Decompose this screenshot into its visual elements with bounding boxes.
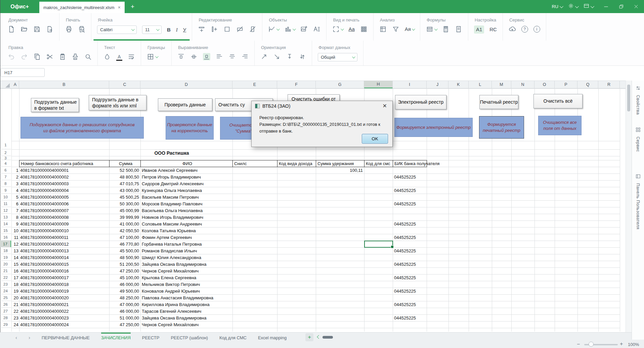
hscroll-thumb[interactable] bbox=[323, 336, 333, 339]
column-header-O[interactable]: O bbox=[534, 81, 555, 88]
cell[interactable]: 45 500,25 bbox=[109, 194, 139, 200]
cell[interactable]: Новиков Игорь Владимирович bbox=[142, 214, 232, 220]
cell[interactable]: 46 000,00 bbox=[109, 281, 139, 288]
cell[interactable]: 044525225 bbox=[394, 220, 426, 227]
selected-cell-H17[interactable] bbox=[364, 241, 393, 248]
cell[interactable]: 47 250,00 bbox=[109, 321, 139, 328]
cell[interactable]: 16 bbox=[11, 267, 18, 274]
cell[interactable]: 52 500,00 bbox=[109, 167, 139, 173]
row-header-28[interactable]: 28 bbox=[0, 314, 11, 321]
delete-row-icon[interactable] bbox=[236, 26, 244, 33]
cell[interactable]: Васильева Ольга Николаевна bbox=[142, 207, 232, 214]
row-header-9[interactable]: 9 bbox=[0, 187, 11, 194]
cell[interactable]: 044525225 bbox=[394, 288, 426, 294]
info-icon[interactable]: i bbox=[533, 26, 540, 33]
cell[interactable]: Соловьев Максим Андреевич bbox=[142, 220, 232, 227]
note-page-icon[interactable] bbox=[455, 26, 462, 33]
column-header-R[interactable]: R bbox=[598, 81, 620, 88]
cell[interactable]: 40817810000004000014 bbox=[20, 254, 109, 261]
aa-style-button[interactable]: Aa bbox=[348, 26, 354, 33]
italic-button[interactable]: I bbox=[176, 26, 178, 34]
cloud-sync-icon[interactable] bbox=[509, 26, 516, 33]
cell[interactable]: 40817810000004000006 bbox=[20, 200, 109, 207]
restore-window-button[interactable] bbox=[619, 4, 624, 9]
cell[interactable]: 40817810000004000013 bbox=[20, 247, 109, 254]
cell[interactable]: 40817810000004000018 bbox=[20, 281, 109, 288]
cell[interactable]: Зайцева Оксана Владимировна bbox=[142, 314, 232, 321]
cell[interactable]: 2 bbox=[11, 173, 18, 180]
cell[interactable]: 40817810000004000022 bbox=[20, 308, 109, 314]
cell[interactable]: Романов Владислав Ильич bbox=[142, 247, 232, 254]
sheet-tab[interactable]: РЕЕСТР (шаблон) bbox=[171, 333, 208, 342]
cell[interactable]: 8 bbox=[11, 214, 18, 220]
minimize-button[interactable] bbox=[603, 4, 609, 10]
cell[interactable]: 47 010,75 bbox=[109, 180, 139, 187]
cell[interactable]: 4 bbox=[11, 187, 18, 194]
row-header-16[interactable]: 16 bbox=[0, 234, 11, 241]
cell[interactable]: 40817810000004000015 bbox=[20, 261, 109, 267]
column-header-N[interactable]: N bbox=[511, 81, 534, 88]
data-format-select[interactable]: Общий bbox=[318, 53, 357, 61]
vertical-scrollbar[interactable] bbox=[626, 81, 632, 332]
bold-button[interactable]: B bbox=[167, 26, 171, 34]
cell[interactable]: 15 bbox=[11, 261, 18, 267]
row-header-25[interactable]: 25 bbox=[0, 294, 11, 301]
dialog-titlebar[interactable]: ВТБ24 (ЗАО) ✕ bbox=[252, 101, 392, 111]
cell[interactable]: 044525225 bbox=[394, 187, 426, 194]
printer-icon[interactable] bbox=[65, 26, 73, 33]
cell[interactable]: 21 bbox=[11, 301, 18, 308]
undo-icon[interactable] bbox=[8, 53, 15, 60]
cell[interactable]: 40817810000004000012 bbox=[20, 241, 109, 247]
cell[interactable]: 10 bbox=[11, 227, 18, 234]
cell[interactable]: 40817810000004000003 bbox=[20, 180, 109, 187]
cell[interactable]: 41 000,00 bbox=[109, 220, 139, 227]
calculator-icon[interactable] bbox=[442, 26, 449, 33]
font-select[interactable]: Calibri bbox=[97, 26, 137, 34]
insert-row-icon[interactable] bbox=[198, 26, 205, 33]
cut-icon[interactable] bbox=[46, 53, 53, 60]
dialog-ok-button[interactable]: OK bbox=[362, 134, 388, 144]
row-header-11[interactable]: 11 bbox=[0, 200, 11, 207]
hscroll-left-icon[interactable] bbox=[317, 335, 320, 339]
cell[interactable]: Кузнецова Ольга Николаевна bbox=[142, 187, 232, 194]
sheet-tab[interactable]: ЗАЧИСЛЕНИЯ bbox=[101, 333, 131, 342]
row-header-19[interactable]: 19 bbox=[0, 254, 11, 261]
row-header-8[interactable]: 8 bbox=[0, 180, 11, 187]
search-icon[interactable] bbox=[84, 53, 92, 60]
cell[interactable]: 23 bbox=[11, 314, 18, 321]
column-header-B[interactable]: B bbox=[19, 81, 109, 88]
cell[interactable]: Чернов Сергей Михайлович bbox=[142, 321, 232, 328]
cell[interactable]: Морозов Владимир Павлович bbox=[142, 200, 232, 207]
column-header-E[interactable]: E bbox=[232, 81, 277, 88]
row-header-26[interactable]: 26 bbox=[0, 301, 11, 308]
close-tab-icon[interactable]: × bbox=[118, 5, 121, 10]
sheet-tab[interactable]: Excel mapping bbox=[258, 333, 287, 342]
cell[interactable]: Зайцева Оксана Владимировна bbox=[142, 261, 232, 267]
column-header-J[interactable]: J bbox=[427, 81, 448, 88]
macro-button[interactable]: Подгрузить данные в формате txt bbox=[31, 98, 79, 112]
row-header-23[interactable]: 23 bbox=[0, 281, 11, 288]
cell[interactable]: Коновалов Андрей Юрьевич bbox=[142, 288, 232, 294]
cell[interactable]: 11 bbox=[11, 234, 18, 241]
row-header-2[interactable]: 2 bbox=[0, 149, 11, 156]
row-header-21[interactable]: 21 bbox=[0, 267, 11, 274]
cell[interactable]: 19 bbox=[11, 288, 18, 294]
cell[interactable]: 40817810000004000009 bbox=[20, 220, 109, 227]
cell[interactable]: 18 bbox=[11, 281, 18, 288]
column-header-G[interactable]: G bbox=[316, 81, 364, 88]
cell[interactable]: 51 000,00 bbox=[109, 314, 139, 321]
row-header-6[interactable]: 6 bbox=[0, 167, 11, 173]
sidebar-item-service[interactable]: Сервис bbox=[632, 127, 644, 152]
column-header-L[interactable]: L bbox=[469, 81, 492, 88]
tabs-scroll-right-icon[interactable]: › bbox=[29, 335, 30, 340]
cell[interactable]: 40817810000004000011 bbox=[20, 234, 109, 241]
cell[interactable]: 22 bbox=[11, 308, 18, 314]
rotate-up-icon[interactable] bbox=[260, 53, 268, 60]
cell[interactable]: 044525225 bbox=[394, 247, 426, 254]
text-box-icon[interactable] bbox=[313, 26, 320, 33]
cell[interactable]: Сидоров Дмитрий Алексеевич bbox=[142, 180, 232, 187]
cell[interactable]: Крылова Елена Сергеевна bbox=[142, 274, 232, 281]
sort-button[interactable]: Ая bbox=[405, 26, 414, 33]
macro-button[interactable]: Очистить всё bbox=[533, 94, 583, 108]
insert-column-icon[interactable] bbox=[211, 26, 218, 33]
